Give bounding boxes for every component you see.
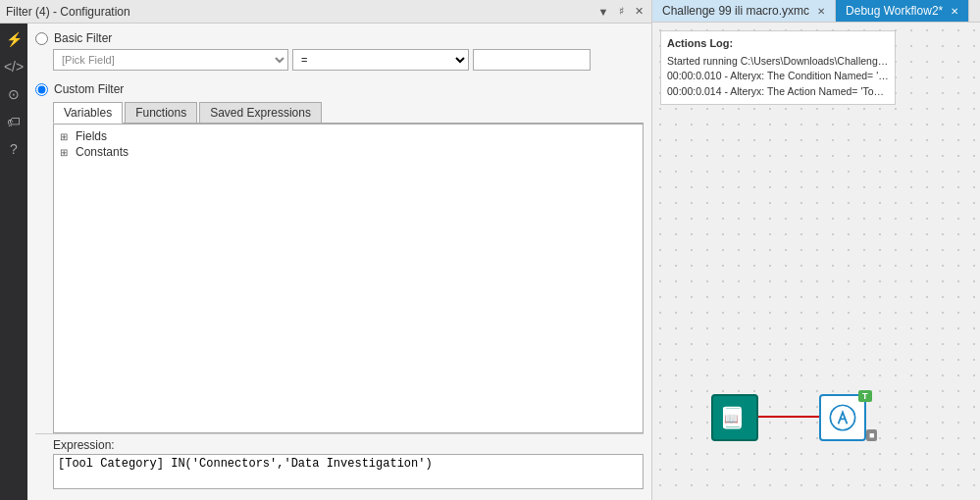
basic-filter-label: Basic Filter [54, 31, 112, 45]
basic-filter-controls: [Pick Field] = [53, 49, 644, 71]
sidebar: ⚡ </> ⊙ 🏷 ? [0, 24, 27, 500]
tab-debug-label: Debug Workflow2* [846, 4, 943, 18]
tab-variables[interactable]: Variables [53, 102, 123, 124]
panel-title: Filter (4) - Configuration [6, 5, 130, 19]
svg-text:📖: 📖 [724, 412, 739, 425]
expression-section: Expression: [Tool Category] IN('Connecto… [35, 433, 644, 492]
node-badge-t: T [858, 390, 872, 402]
tab-bar: Variables Functions Saved Expressions [53, 102, 644, 124]
hash-icon[interactable]: ♯ [614, 5, 628, 18]
actions-log-line-2: 00:00:0.014 - Alteryx: The Action Named=… [667, 84, 889, 100]
panel-titlebar: Filter (4) - Configuration ▼ ♯ ✕ [0, 0, 651, 24]
basic-filter-row: Basic Filter [35, 31, 644, 45]
node-book[interactable]: 📖 [711, 394, 758, 441]
sidebar-icon-circle[interactable]: ⊙ [2, 82, 26, 106]
basic-filter-section: Basic Filter [Pick Field] = [35, 31, 644, 76]
custom-filter-row: Custom Filter [35, 82, 644, 96]
field-select[interactable]: [Pick Field] [53, 49, 288, 71]
basic-filter-radio[interactable] [35, 32, 48, 45]
tab-debug-close[interactable]: ✕ [951, 6, 958, 17]
expression-label: Expression: [53, 438, 644, 452]
constants-label: Constants [76, 145, 129, 159]
actions-log-line-1: 00:00:0.010 - Alteryx: The Condition Nam… [667, 69, 889, 84]
operator-select[interactable]: = [292, 49, 469, 71]
expand-constants-icon: ⊞ [60, 147, 72, 158]
pin-icon[interactable]: ▼ [596, 6, 610, 18]
right-tab-bar: Challenge 99 ili macro.yxmc ✕ Debug Work… [652, 0, 980, 23]
expand-fields-icon: ⊞ [60, 131, 72, 142]
tab-challenge[interactable]: Challenge 99 ili macro.yxmc ✕ [652, 0, 836, 22]
sidebar-icon-lightning[interactable]: ⚡ [2, 27, 26, 51]
workflow-canvas: Actions Log: Started running C:\Users\Do… [652, 23, 980, 500]
alteryx-icon [829, 404, 856, 431]
tree-container: ⊞ Fields ⊞ Constants [53, 124, 644, 433]
node-connector-line [758, 416, 821, 418]
sidebar-icon-tag[interactable]: 🏷 [2, 110, 26, 133]
value-input[interactable] [473, 49, 591, 71]
left-content: ⚡ </> ⊙ 🏷 ? Basic Filter [Pick Field] = [0, 24, 651, 500]
actions-log: Actions Log: Started running C:\Users\Do… [660, 30, 896, 105]
tree-item-fields[interactable]: ⊞ Fields [58, 128, 639, 144]
custom-filter-radio[interactable] [35, 83, 48, 96]
custom-filter-label: Custom Filter [54, 82, 124, 96]
actions-log-title: Actions Log: [667, 35, 889, 52]
node-badge-num: ■ [866, 429, 877, 441]
sidebar-icon-code[interactable]: </> [2, 55, 26, 78]
close-icon[interactable]: ✕ [632, 5, 645, 18]
tab-functions[interactable]: Functions [125, 102, 197, 123]
tab-challenge-close[interactable]: ✕ [817, 6, 825, 17]
right-panel: Challenge 99 ili macro.yxmc ✕ Debug Work… [652, 0, 980, 500]
sidebar-icon-help[interactable]: ? [2, 137, 26, 161]
tree-item-constants[interactable]: ⊞ Constants [58, 144, 639, 160]
left-panel: Filter (4) - Configuration ▼ ♯ ✕ ⚡ </> ⊙… [0, 0, 652, 500]
tab-debug[interactable]: Debug Workflow2* ✕ [836, 0, 969, 22]
tab-challenge-label: Challenge 99 ili macro.yxmc [662, 4, 809, 18]
fields-label: Fields [76, 129, 107, 143]
expression-input[interactable]: [Tool Category] IN('Connectors','Data In… [53, 454, 644, 489]
config-panel: Basic Filter [Pick Field] = Custom Filte… [27, 24, 651, 500]
tab-saved-expressions[interactable]: Saved Expressions [199, 102, 322, 123]
actions-log-line-0: Started running C:\Users\Downloads\Chall… [667, 54, 889, 70]
titlebar-icons: ▼ ♯ ✕ [596, 5, 645, 18]
book-icon: 📖 [721, 404, 748, 431]
